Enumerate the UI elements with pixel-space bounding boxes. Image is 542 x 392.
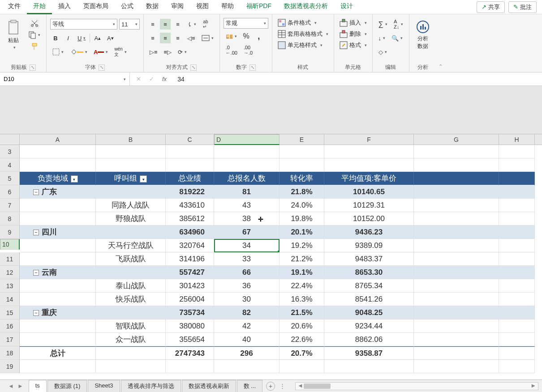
cell-G7[interactable] xyxy=(414,199,499,212)
cell-A14[interactable] xyxy=(20,293,96,306)
cell-G3[interactable] xyxy=(414,145,499,158)
format-table-button[interactable]: 套用表格格式▾ xyxy=(276,29,330,39)
cell-C16[interactable]: 380080 xyxy=(166,320,214,333)
row-header-15[interactable]: 15 xyxy=(0,306,20,320)
clipboard-launcher[interactable]: ⤡ xyxy=(30,64,36,71)
cell-F9[interactable]: 9436.23 xyxy=(324,226,414,239)
font-color-button[interactable]: A▾ xyxy=(91,47,110,57)
menu-福昕PDF[interactable]: 福昕PDF xyxy=(240,0,278,14)
cell-H12[interactable] xyxy=(499,266,535,279)
cell-E8[interactable]: 19.8% xyxy=(280,212,324,226)
cell-C9[interactable]: 634960 xyxy=(166,226,214,239)
row-header-6[interactable]: 6 xyxy=(0,185,20,199)
collapse-icon[interactable]: − xyxy=(33,310,39,316)
percent-button[interactable]: % xyxy=(241,31,252,42)
menu-数据透视表分析[interactable]: 数据透视表分析 xyxy=(278,0,334,14)
font-launcher[interactable]: ⤡ xyxy=(99,64,105,71)
cell-E17[interactable]: 22.6% xyxy=(280,333,324,346)
conditional-format-button[interactable]: 条件格式▾ xyxy=(276,18,318,28)
cell-B16[interactable]: 智联战队 xyxy=(96,320,166,333)
cell-F6[interactable]: 10140.65 xyxy=(324,185,414,199)
align-top[interactable]: ≡ xyxy=(147,19,158,30)
comma-button[interactable]: , xyxy=(254,31,264,42)
cell-B14[interactable]: 快乐战队 xyxy=(96,293,166,306)
cell-G5[interactable] xyxy=(414,172,499,185)
cell-C5[interactable]: 总业绩 xyxy=(166,172,214,185)
cell-H14[interactable] xyxy=(499,293,535,306)
cell-C12[interactable]: 557427 xyxy=(166,266,214,279)
collapse-icon[interactable]: − xyxy=(33,230,39,235)
delete-cells-button[interactable]: 删除▾ xyxy=(338,29,369,39)
cell-D10[interactable]: 34 xyxy=(214,239,280,252)
shrink-font-button[interactable]: A▾ xyxy=(105,33,116,43)
fx-button[interactable]: fx xyxy=(159,76,170,82)
rotate-text[interactable]: ⟳▾ xyxy=(176,47,189,57)
cell-A16[interactable] xyxy=(20,320,96,333)
cell-D6[interactable]: 81 xyxy=(214,185,280,199)
row-header-12[interactable]: 12 xyxy=(0,266,20,279)
cell-B12[interactable] xyxy=(96,266,166,279)
cell-G17[interactable] xyxy=(414,333,499,346)
cell-F15[interactable]: 9048.25 xyxy=(324,306,414,320)
cell-C7[interactable]: 433610 xyxy=(166,199,214,212)
cell-F16[interactable]: 9234.44 xyxy=(324,320,414,333)
row-header-14[interactable]: 14 xyxy=(0,293,20,306)
cell-B4[interactable] xyxy=(96,158,166,172)
cell-G12[interactable] xyxy=(414,266,499,279)
cell-B11[interactable]: 飞跃战队 xyxy=(96,252,166,266)
menu-公式[interactable]: 公式 xyxy=(115,0,140,14)
cell-E16[interactable]: 20.6% xyxy=(280,320,324,333)
cell-F8[interactable]: 10152.00 xyxy=(324,212,414,226)
increase-indent[interactable]: ▷≡ xyxy=(147,47,160,57)
cell-A9[interactable]: −四川 xyxy=(20,226,96,239)
font-size-select[interactable]: 11▾ xyxy=(119,19,140,30)
cell-H18[interactable] xyxy=(499,346,535,360)
cell-H17[interactable] xyxy=(499,333,535,346)
ribbon-collapse[interactable]: ⌃ xyxy=(436,14,444,72)
sheet-tab-0[interactable]: ts xyxy=(29,380,47,392)
cell-D11[interactable]: 33 xyxy=(214,252,280,266)
cell-D19[interactable] xyxy=(214,360,280,373)
cell-D14[interactable]: 30 xyxy=(214,293,280,306)
menu-视图[interactable]: 视图 xyxy=(190,0,215,14)
add-sheet-button[interactable]: + xyxy=(266,382,275,391)
orientation[interactable]: ⤹▾ xyxy=(185,19,198,30)
menu-数据[interactable]: 数据 xyxy=(140,0,165,14)
name-box[interactable]: ▾ xyxy=(0,72,130,85)
cell-G11[interactable] xyxy=(414,252,499,266)
cell-C19[interactable] xyxy=(166,360,214,373)
menu-帮助[interactable]: 帮助 xyxy=(215,0,240,14)
cell-B10[interactable]: 天马行空战队 xyxy=(96,239,166,252)
collapse-icon[interactable]: − xyxy=(33,189,39,195)
cell-C14[interactable]: 256004 xyxy=(166,293,214,306)
fill-button[interactable]: ↓▾ xyxy=(376,33,388,43)
cell-F17[interactable]: 8862.06 xyxy=(324,333,414,346)
cell-F13[interactable]: 8765.34 xyxy=(324,279,414,293)
italic-button[interactable]: I xyxy=(63,33,73,43)
cell-D17[interactable]: 40 xyxy=(214,333,280,346)
cell-C17[interactable]: 355654 xyxy=(166,333,214,346)
cell-E15[interactable]: 21.5% xyxy=(280,306,324,320)
formula-input[interactable]: 34 xyxy=(173,76,542,83)
increase-indent2[interactable]: ≡▷ xyxy=(162,47,174,57)
cell-H3[interactable] xyxy=(499,145,535,158)
number-format-select[interactable]: 常规▾ xyxy=(224,18,268,29)
sheet-tab-1[interactable]: 数据源 (1) xyxy=(47,380,87,392)
cell-C15[interactable]: 735734 xyxy=(166,306,214,320)
cell-E13[interactable]: 22.4% xyxy=(280,279,324,293)
cell-D18[interactable]: 296 xyxy=(214,346,280,360)
align-left[interactable]: ≡ xyxy=(147,33,158,43)
cell-D16[interactable]: 42 xyxy=(214,320,280,333)
cell-B13[interactable]: 泰山战队 xyxy=(96,279,166,293)
cell-G10[interactable] xyxy=(414,239,499,252)
cell-G4[interactable] xyxy=(414,158,499,172)
accept-formula[interactable]: ✓ xyxy=(146,76,158,82)
col-header-H[interactable]: H xyxy=(499,134,535,145)
row-header-9[interactable]: 9 xyxy=(0,226,20,239)
align-bottom[interactable]: ≡ xyxy=(172,19,183,30)
cell-H9[interactable] xyxy=(499,226,535,239)
cell-A6[interactable]: −广东 xyxy=(20,185,96,199)
number-launcher[interactable]: ⤡ xyxy=(249,64,256,71)
cell-G14[interactable] xyxy=(414,293,499,306)
cell-D3[interactable] xyxy=(214,145,280,158)
